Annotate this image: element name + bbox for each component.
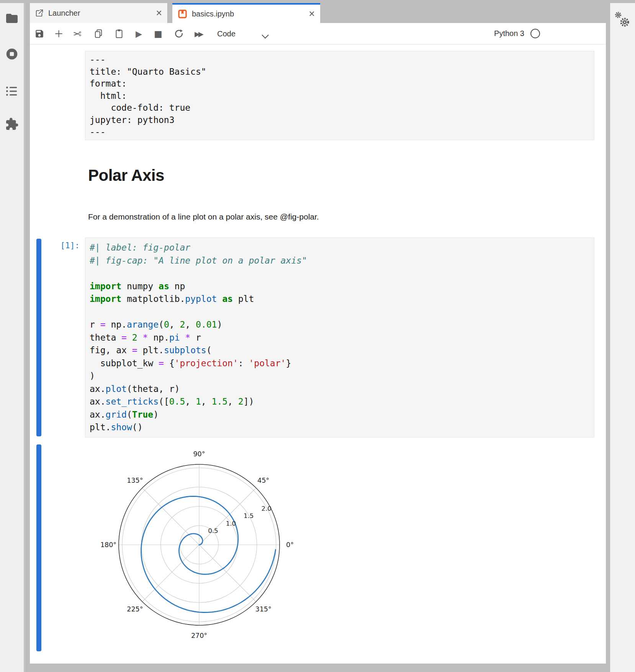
notebook-icon	[178, 9, 187, 19]
markdown-paragraph: For a demonstration of a line plot on a …	[88, 212, 319, 221]
file-browser-icon[interactable]	[5, 11, 19, 25]
left-activity-bar	[0, 3, 25, 672]
cut-cells-button[interactable]: ✂	[73, 28, 82, 39]
svg-text:270°: 270°	[191, 632, 207, 639]
tab-basics-close-icon[interactable]: ×	[309, 9, 315, 19]
save-button[interactable]	[34, 29, 44, 39]
notebook-toolbar: ✂ ▶ ■ ▶▶ Code Python 3	[30, 23, 606, 44]
notebook-scroll-area: ---title: "Quarto Basics"format: html: c…	[30, 44, 606, 664]
markdown-heading: Polar Axis	[88, 166, 164, 185]
svg-text:45°: 45°	[257, 477, 269, 484]
output-cell-collapser[interactable]	[36, 444, 41, 651]
copy-cells-button[interactable]	[93, 29, 103, 39]
svg-text:0.5: 0.5	[208, 527, 218, 534]
kernel-idle-circle-icon	[530, 29, 540, 38]
svg-text:180°: 180°	[100, 541, 116, 549]
run-cell-button[interactable]: ▶	[136, 29, 142, 38]
tab-basics-ipynb[interactable]: basics.ipynb ×	[172, 3, 320, 23]
svg-text:90°: 90°	[193, 450, 205, 458]
main-dock-panel: Launcher × basics.ipynb × ✂	[30, 3, 606, 664]
svg-text:0°: 0°	[286, 541, 294, 549]
svg-text:2.0: 2.0	[262, 505, 272, 512]
polar-plot-output: 0°45°90°135°180°225°270°315°0.51.01.52.0	[88, 447, 310, 649]
raw-yaml-cell[interactable]: ---title: "Quarto Basics"format: html: c…	[85, 51, 594, 140]
jupyterlab-window: Launcher × basics.ipynb × ✂	[0, 0, 635, 672]
paste-cells-button[interactable]	[114, 29, 124, 39]
svg-text:225°: 225°	[127, 605, 143, 613]
extension-manager-icon[interactable]	[5, 117, 19, 131]
launcher-icon	[35, 9, 44, 17]
restart-run-all-button[interactable]: ▶▶	[195, 30, 202, 38]
interrupt-kernel-button[interactable]: ■	[154, 29, 162, 39]
kernel-name: Python 3	[494, 29, 524, 38]
tab-launcher-label: Launcher	[48, 9, 80, 18]
tab-launcher[interactable]: Launcher ×	[30, 3, 168, 23]
execution-count-prompt: [1]:	[30, 241, 80, 250]
running-kernels-icon[interactable]	[5, 47, 19, 61]
svg-text:1.5: 1.5	[244, 512, 254, 520]
kernel-indicator[interactable]: Python 3	[494, 23, 540, 44]
right-sidebar	[610, 3, 635, 672]
tab-basics-label: basics.ipynb	[192, 10, 234, 18]
tab-launcher-close-icon[interactable]: ×	[156, 8, 162, 18]
property-inspector-gears-icon[interactable]	[613, 9, 632, 29]
dock-tab-bar: Launcher × basics.ipynb ×	[30, 3, 606, 23]
svg-text:315°: 315°	[255, 605, 272, 613]
input-cell-collapser[interactable]	[36, 239, 41, 436]
chevron-down-icon[interactable]	[262, 31, 268, 38]
code-cell-editor[interactable]: #| label: fig-polar#| fig-cap: "A line p…	[85, 238, 594, 438]
svg-text:135°: 135°	[127, 477, 143, 484]
insert-cell-button[interactable]	[54, 29, 64, 38]
svg-text:1.0: 1.0	[226, 520, 236, 527]
cell-type-dropdown[interactable]: Code	[217, 29, 236, 38]
restart-kernel-button[interactable]	[174, 29, 184, 39]
table-of-contents-icon[interactable]	[5, 84, 19, 98]
